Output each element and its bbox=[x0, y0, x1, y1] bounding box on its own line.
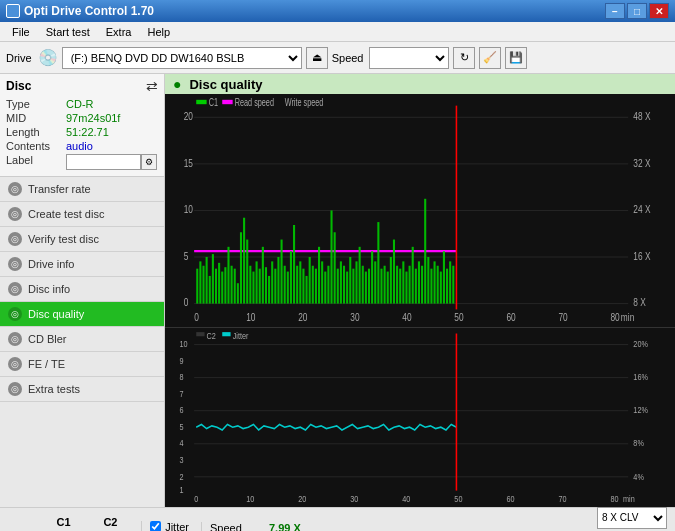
svg-rect-89 bbox=[374, 261, 376, 303]
drive-info-icon: ◎ bbox=[8, 257, 22, 271]
stats-table: C1 C2 Avg 0.50 0.00 Max 17 0 Total 1528 … bbox=[8, 516, 133, 532]
jitter-label: Jitter bbox=[165, 521, 189, 532]
jitter-checkbox[interactable] bbox=[150, 521, 161, 531]
svg-rect-97 bbox=[399, 269, 401, 304]
svg-rect-68 bbox=[309, 257, 311, 304]
clear-button[interactable]: 🧹 bbox=[479, 47, 501, 69]
svg-text:80: 80 bbox=[610, 492, 618, 503]
svg-rect-112 bbox=[446, 269, 448, 304]
save-button[interactable]: 💾 bbox=[505, 47, 527, 69]
sidebar-item-transfer-rate-label: Transfer rate bbox=[28, 183, 91, 195]
disc-label-input[interactable] bbox=[66, 154, 141, 170]
speed-value: 7.99 X bbox=[269, 522, 301, 532]
menu-start-test[interactable]: Start test bbox=[38, 24, 98, 40]
charts-wrapper: 20 15 10 5 0 0 10 20 bbox=[165, 94, 675, 507]
svg-text:C2: C2 bbox=[207, 330, 217, 341]
svg-rect-43 bbox=[231, 266, 233, 304]
disc-info-icon: ◎ bbox=[8, 282, 22, 296]
svg-rect-105 bbox=[424, 199, 426, 304]
svg-rect-55 bbox=[268, 276, 270, 304]
disc-type-row: Type CD-R bbox=[6, 98, 158, 110]
sidebar-item-disc-info[interactable]: ◎ Disc info bbox=[0, 277, 164, 302]
cd-bler-icon: ◎ bbox=[8, 332, 22, 346]
clv-select[interactable]: 8 X CLV bbox=[597, 507, 667, 529]
menu-file[interactable]: File bbox=[4, 24, 38, 40]
disc-label-label: Label bbox=[6, 154, 66, 170]
svg-rect-73 bbox=[324, 272, 326, 304]
svg-rect-51 bbox=[256, 261, 258, 303]
disc-mid-value: 97m24s01f bbox=[66, 112, 120, 124]
svg-text:8: 8 bbox=[180, 371, 184, 382]
svg-rect-36 bbox=[209, 276, 211, 304]
disc-quality-icon: ◎ bbox=[8, 307, 22, 321]
verify-test-disc-icon: ◎ bbox=[8, 232, 22, 246]
sidebar-item-extra-tests[interactable]: ◎ Extra tests bbox=[0, 377, 164, 402]
svg-rect-67 bbox=[306, 276, 308, 304]
disc-title: Disc bbox=[6, 79, 31, 93]
menu-help[interactable]: Help bbox=[139, 24, 178, 40]
svg-rect-65 bbox=[299, 261, 301, 303]
refresh-button[interactable]: ↻ bbox=[453, 47, 475, 69]
app-icon bbox=[6, 4, 20, 18]
svg-rect-109 bbox=[437, 266, 439, 304]
drive-select[interactable]: (F:) BENQ DVD DD DW1640 BSLB bbox=[62, 47, 302, 69]
titlebar-controls[interactable]: − □ ✕ bbox=[605, 3, 669, 19]
svg-rect-72 bbox=[321, 261, 323, 303]
sidebar-item-transfer-rate[interactable]: ◎ Transfer rate bbox=[0, 177, 164, 202]
eject-button[interactable]: ⏏ bbox=[306, 47, 328, 69]
svg-text:4%: 4% bbox=[633, 470, 644, 481]
svg-text:Jitter: Jitter bbox=[233, 330, 249, 341]
svg-rect-106 bbox=[427, 257, 429, 304]
svg-text:min: min bbox=[621, 311, 634, 324]
svg-rect-26 bbox=[196, 100, 206, 104]
maximize-button[interactable]: □ bbox=[627, 3, 647, 19]
disc-length-row: Length 51:22.71 bbox=[6, 126, 158, 138]
disc-label-settings-button[interactable]: ⚙ bbox=[141, 154, 157, 170]
svg-text:8 X: 8 X bbox=[633, 296, 646, 309]
svg-text:2: 2 bbox=[180, 470, 184, 481]
sidebar-item-cd-bler[interactable]: ◎ CD Bler bbox=[0, 327, 164, 352]
svg-rect-111 bbox=[443, 251, 445, 303]
svg-rect-47 bbox=[243, 218, 245, 304]
avg-c1: 0.50 bbox=[39, 528, 87, 532]
disc-contents-label: Contents bbox=[6, 140, 66, 152]
speed-select[interactable] bbox=[369, 47, 449, 69]
sidebar-item-disc-quality[interactable]: ◎ Disc quality bbox=[0, 302, 164, 327]
svg-rect-45 bbox=[237, 283, 239, 303]
jitter-header-row: Jitter bbox=[150, 521, 189, 532]
svg-rect-60 bbox=[284, 266, 286, 304]
svg-rect-40 bbox=[221, 272, 223, 304]
minimize-button[interactable]: − bbox=[605, 3, 625, 19]
sidebar-item-drive-info[interactable]: ◎ Drive info bbox=[0, 252, 164, 277]
avg-label: Avg bbox=[8, 528, 39, 532]
svg-rect-94 bbox=[390, 257, 392, 304]
sidebar-item-create-test-disc[interactable]: ◎ Create test disc bbox=[0, 202, 164, 227]
sidebar-item-fe-te[interactable]: ◎ FE / TE bbox=[0, 352, 164, 377]
disc-length-value: 51:22.71 bbox=[66, 126, 109, 138]
svg-rect-49 bbox=[249, 266, 251, 304]
svg-rect-82 bbox=[352, 269, 354, 304]
main-layout: Disc ⇄ Type CD-R MID 97m24s01f Length 51… bbox=[0, 74, 675, 507]
svg-text:40: 40 bbox=[402, 311, 412, 324]
menu-extra[interactable]: Extra bbox=[98, 24, 140, 40]
sidebar-item-create-test-disc-label: Create test disc bbox=[28, 208, 104, 220]
sidebar-item-verify-test-disc[interactable]: ◎ Verify test disc bbox=[0, 227, 164, 252]
svg-text:50: 50 bbox=[454, 311, 464, 324]
titlebar-title: Opti Drive Control 1.70 bbox=[24, 4, 154, 18]
chart1-container: 20 15 10 5 0 0 10 20 bbox=[165, 94, 675, 327]
jitter-section: Jitter 9.9% 10.6% bbox=[141, 521, 189, 532]
svg-rect-75 bbox=[330, 210, 332, 303]
svg-text:16%: 16% bbox=[633, 371, 648, 382]
svg-text:0: 0 bbox=[184, 296, 189, 309]
svg-text:Write speed: Write speed bbox=[285, 96, 324, 108]
disc-collapse-arrow[interactable]: ⇄ bbox=[146, 78, 158, 94]
disc-type-label: Type bbox=[6, 98, 66, 110]
stats-panel: C1 C2 Avg 0.50 0.00 Max 17 0 Total 1528 … bbox=[0, 507, 675, 531]
close-button[interactable]: ✕ bbox=[649, 3, 669, 19]
speed-label: Speed bbox=[210, 522, 265, 532]
disc-quality-title: Disc quality bbox=[189, 77, 262, 92]
disc-panel: Disc ⇄ Type CD-R MID 97m24s01f Length 51… bbox=[0, 74, 164, 177]
disc-type-value: CD-R bbox=[66, 98, 94, 110]
svg-rect-69 bbox=[312, 266, 314, 304]
sidebar-menu: ◎ Transfer rate ◎ Create test disc ◎ Ver… bbox=[0, 177, 164, 507]
